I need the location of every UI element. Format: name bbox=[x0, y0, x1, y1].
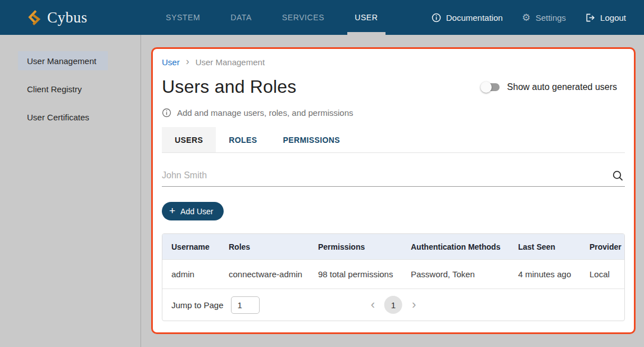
brand-logo[interactable]: Cybus bbox=[27, 0, 88, 35]
column-header-last-seen: Last Seen bbox=[509, 242, 580, 251]
jump-to-page-label: Jump to Page bbox=[171, 300, 224, 310]
table-row[interactable]: admin connectware-admin 98 total permiss… bbox=[162, 259, 624, 289]
auto-generated-users-switch[interactable] bbox=[480, 82, 501, 93]
cell-last-seen: 4 minutes ago bbox=[509, 269, 580, 279]
add-user-button[interactable]: + Add User bbox=[162, 202, 224, 220]
tab-bar: USERS ROLES PERMISSIONS bbox=[162, 127, 625, 153]
search-icon[interactable] bbox=[612, 170, 624, 182]
column-header-username: Username bbox=[162, 242, 220, 251]
breadcrumb-link-user[interactable]: User bbox=[162, 57, 180, 67]
cell-roles: connectware-admin bbox=[220, 269, 309, 279]
cell-auth-methods: Password, Token bbox=[402, 269, 509, 279]
settings-link[interactable]: ⚙ Settings bbox=[522, 13, 566, 22]
title-row: Users and Roles Show auto generated user… bbox=[162, 76, 625, 97]
tab-permissions[interactable]: PERMISSIONS bbox=[270, 127, 353, 152]
breadcrumb-current: User Management bbox=[196, 57, 265, 67]
sidebar: User Management Client Registry User Cer… bbox=[0, 35, 141, 347]
search-row bbox=[162, 165, 625, 187]
top-navbar: Cybus SYSTEM DATA SERVICES USER Document… bbox=[0, 0, 644, 35]
documentation-link[interactable]: Documentation bbox=[432, 13, 503, 22]
current-page-button[interactable]: 1 bbox=[384, 296, 402, 314]
nav-item-system[interactable]: SYSTEM bbox=[151, 0, 215, 35]
column-header-permissions: Permissions bbox=[309, 242, 402, 251]
tab-users[interactable]: USERS bbox=[162, 127, 216, 152]
sidebar-item-user-certificates[interactable]: User Certificates bbox=[18, 107, 108, 127]
switch-knob bbox=[480, 82, 492, 93]
page-subtitle: Add and manage users, roles, and permiss… bbox=[177, 108, 353, 118]
settings-label: Settings bbox=[536, 13, 566, 22]
subtitle-row: Add and manage users, roles, and permiss… bbox=[162, 108, 625, 118]
jump-to-page-group: Jump to Page bbox=[171, 296, 260, 314]
documentation-label: Documentation bbox=[446, 13, 503, 22]
next-page-icon[interactable]: › bbox=[411, 299, 417, 311]
toggle-label: Show auto generated users bbox=[507, 82, 617, 92]
auto-generated-users-toggle-group: Show auto generated users bbox=[480, 82, 617, 93]
cell-provider: Local bbox=[580, 269, 624, 279]
logout-icon bbox=[585, 13, 595, 22]
cybus-logo-icon bbox=[27, 10, 42, 26]
tab-roles[interactable]: ROLES bbox=[216, 127, 270, 152]
logout-label: Logout bbox=[600, 13, 626, 22]
pagination: ‹ 1 › bbox=[370, 296, 418, 314]
sidebar-item-client-registry[interactable]: Client Registry bbox=[18, 79, 108, 98]
previous-page-icon[interactable]: ‹ bbox=[370, 299, 376, 311]
nav-actions: Documentation ⚙ Settings Logout bbox=[432, 0, 626, 35]
logout-link[interactable]: Logout bbox=[585, 13, 626, 22]
breadcrumb: User › User Management bbox=[162, 57, 625, 67]
nav-item-services[interactable]: SERVICES bbox=[267, 0, 339, 35]
cell-username: admin bbox=[162, 269, 220, 279]
cell-permissions: 98 total permissions bbox=[309, 269, 402, 279]
info-icon bbox=[432, 13, 441, 22]
content-card-highlighted: User › User Management Users and Roles S… bbox=[151, 47, 636, 334]
search-input[interactable] bbox=[162, 165, 625, 187]
nav-item-user[interactable]: USER bbox=[339, 0, 393, 35]
jump-to-page-input[interactable] bbox=[231, 296, 260, 314]
table-header-row: Username Roles Permissions Authenticatio… bbox=[162, 234, 624, 259]
info-icon bbox=[162, 108, 171, 118]
column-header-roles: Roles bbox=[220, 242, 309, 251]
table-footer: Jump to Page ‹ 1 › bbox=[162, 289, 624, 321]
page-title: Users and Roles bbox=[162, 76, 297, 97]
column-header-provider: Provider bbox=[580, 242, 624, 251]
chevron-right-icon: › bbox=[186, 56, 189, 67]
plus-icon: + bbox=[169, 205, 175, 216]
nav-item-data[interactable]: DATA bbox=[215, 0, 267, 35]
column-header-auth-methods: Authentication Methods bbox=[402, 242, 509, 251]
add-user-label: Add User bbox=[180, 207, 213, 216]
users-table: Username Roles Permissions Authenticatio… bbox=[162, 233, 625, 321]
gear-icon: ⚙ bbox=[522, 13, 530, 22]
main-nav: SYSTEM DATA SERVICES USER bbox=[151, 0, 393, 35]
sidebar-item-user-management[interactable]: User Management bbox=[18, 51, 108, 70]
brand-name: Cybus bbox=[47, 9, 88, 26]
